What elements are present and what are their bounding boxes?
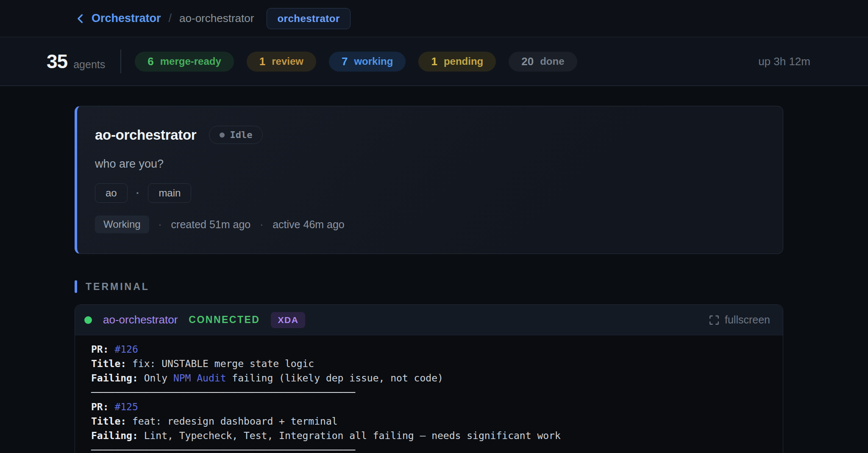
separator-rule: ────────────────────────────────────────… (91, 387, 355, 398)
connection-status: CONNECTED (189, 314, 260, 326)
terminal-panel: ao-orchestrator CONNECTED XDA fullscreen… (75, 304, 783, 453)
connection-dot-icon (84, 316, 92, 324)
stats-pill-review[interactable]: 1review (247, 52, 316, 72)
pill-count: 1 (431, 55, 437, 68)
agent-tags: ao·main (95, 183, 763, 203)
agent-card-header: ao-orchestrator Idle (95, 126, 763, 144)
terminal-agent-name: ao-orchestrator (103, 313, 178, 326)
agent-count: 35 agents (47, 50, 105, 73)
stats-pill-working[interactable]: 7working (329, 52, 406, 72)
terminal-section-label: TERMINAL (86, 281, 150, 293)
pill-label: working (354, 55, 393, 67)
terminal-text: Title: (91, 358, 132, 369)
stats-pill-done[interactable]: 20done (509, 52, 577, 72)
terminal-text: Only (144, 373, 173, 384)
agent-meta: Working · created 51m ago · active 46m a… (95, 215, 763, 233)
pr-link[interactable]: #126 (114, 344, 138, 355)
terminal-line: PR: #126 (91, 342, 783, 356)
pill-count: 7 (342, 55, 348, 68)
agent-name: ao-orchestrator (95, 127, 196, 143)
terminal-section-header: TERMINAL (75, 280, 783, 293)
pill-count: 1 (259, 55, 265, 68)
agent-count-value: 35 (47, 50, 67, 73)
terminal-line: ────────────────────────────────────────… (91, 443, 783, 453)
back-button[interactable] (75, 12, 87, 25)
tag-separator: · (136, 187, 140, 200)
uptime-label: up 3h 12m (758, 55, 810, 68)
terminal-text: PR: (91, 344, 114, 355)
session-badge: XDA (271, 312, 305, 328)
meta-separator: · (159, 218, 162, 230)
fullscreen-icon (709, 315, 720, 326)
terminal-text: feat: redesign dashboard + terminal (132, 416, 338, 427)
pill-label: pending (444, 55, 483, 67)
pr-link[interactable]: NPM Audit (173, 373, 226, 384)
pill-label: review (272, 55, 303, 67)
fullscreen-button[interactable]: fullscreen (709, 314, 770, 326)
stats-bar: 35 agents 6merge-ready1review7working1pe… (0, 37, 868, 86)
terminal-header: ao-orchestrator CONNECTED XDA fullscreen (75, 305, 783, 335)
pill-label: done (540, 55, 564, 67)
agent-prompt: who are you? (95, 157, 763, 171)
terminal-line: Title: feat: redesign dashboard + termin… (91, 414, 783, 428)
agent-tag: ao (95, 183, 128, 203)
stats-pill-merge-ready[interactable]: 6merge-ready (135, 52, 234, 72)
status-badge: Idle (209, 126, 263, 144)
divider (120, 50, 121, 73)
terminal-text: Failing: (91, 373, 144, 384)
chevron-left-icon (75, 12, 87, 25)
terminal-line: Failing: Lint, Typecheck, Test, Integrat… (91, 428, 783, 443)
stats-pill-pending[interactable]: 1pending (418, 52, 496, 72)
status-dot-icon (220, 133, 225, 138)
terminal-line: Title: fix: UNSTABLE merge state logic (91, 356, 783, 371)
orchestrator-dashboard: Orchestrator / ao-orchestrator orchestra… (0, 0, 868, 453)
pill-label: merge-ready (160, 55, 221, 67)
terminal-text: fix: UNSTABLE merge state logic (132, 358, 314, 369)
fullscreen-label: fullscreen (725, 314, 770, 326)
agent-type-badge: orchestrator (267, 8, 350, 29)
agent-tag: main (148, 183, 191, 203)
terminal-text: PR: (91, 401, 114, 412)
agent-state-chip: Working (95, 215, 149, 233)
pill-count: 6 (147, 55, 153, 68)
pill-count: 20 (521, 55, 534, 68)
created-ago: created 51m ago (171, 218, 251, 231)
terminal-line: ────────────────────────────────────────… (91, 385, 783, 400)
separator-rule: ────────────────────────────────────────… (91, 445, 355, 453)
pr-link[interactable]: #125 (114, 401, 138, 412)
section-accent-bar (75, 280, 77, 293)
main-content: ao-orchestrator Idle who are you? ao·mai… (0, 86, 868, 453)
terminal-output[interactable]: PR: #126Title: fix: UNSTABLE merge state… (75, 335, 783, 453)
active-ago: active 46m ago (273, 218, 345, 231)
agent-count-label: agents (73, 58, 105, 71)
stats-pills: 6merge-ready1review7working1pending20don… (135, 52, 577, 72)
top-bar: Orchestrator / ao-orchestrator orchestra… (0, 0, 868, 37)
status-label: Idle (230, 130, 252, 140)
agent-card[interactable]: ao-orchestrator Idle who are you? ao·mai… (75, 106, 783, 254)
terminal-text: Failing: (91, 430, 144, 441)
terminal-line: PR: #125 (91, 400, 783, 414)
terminal-text: Title: (91, 416, 132, 427)
terminal-text: Lint, Typecheck, Test, Integration all f… (144, 430, 561, 441)
breadcrumb-separator: / (169, 12, 172, 25)
terminal-line: Failing: Only NPM Audit failing (likely … (91, 371, 783, 385)
terminal-text: failing (likely dep issue, not code) (226, 373, 443, 384)
meta-separator: · (260, 218, 263, 230)
breadcrumb-current: ao-orchestrator (179, 12, 254, 25)
breadcrumb-root-link[interactable]: Orchestrator (92, 12, 161, 25)
